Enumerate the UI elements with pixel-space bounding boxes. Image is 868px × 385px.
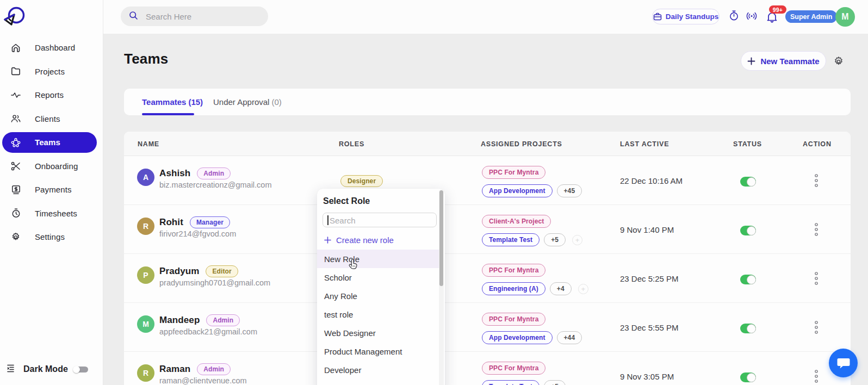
active-tab-underline [142, 113, 194, 115]
row-actions-kebab-icon[interactable] [812, 254, 821, 303]
team-nodes-icon [11, 138, 21, 147]
project-chip[interactable]: PPC For Myntra [482, 313, 545, 326]
row-actions-kebab-icon[interactable] [812, 352, 821, 385]
assigned-projects-line2: App Development+45 [482, 184, 582, 197]
last-active-value: 22 Dec 10:16 AM [620, 156, 683, 205]
role-option-new-role[interactable]: New Role [317, 250, 441, 268]
tab-under-approval-label: Under Approval [213, 97, 269, 107]
role-option-product-management[interactable]: Product Management [317, 342, 441, 361]
table-header-row: NAMEROLESASSIGNED PROJECTSLAST ACTIVESTA… [124, 132, 851, 156]
scissors-icon [11, 161, 21, 171]
last-active-value: 9 Nov 3:05 PM [620, 352, 674, 385]
broadcast-icon[interactable] [746, 12, 758, 22]
role-option-test-role[interactable]: test role [317, 305, 441, 324]
role-option-developer[interactable]: Developer [317, 361, 441, 379]
assigned-projects-line1: PPC For Myntra [482, 166, 545, 179]
teammate-name: Pradyum [159, 266, 199, 277]
home-icon [11, 43, 21, 53]
user-avatar[interactable]: M [835, 7, 855, 27]
table-row: R Raman Admin raman@clientvenue.com PPC … [124, 352, 851, 385]
sidebar-item-label: Dashboard [35, 43, 75, 52]
sidebar-item-dashboard[interactable]: Dashboard [0, 36, 103, 60]
teammate-email: pradyumsingh0701@gmail.com [159, 278, 270, 287]
dropdown-scrollbar[interactable] [439, 190, 444, 385]
global-search-input[interactable]: Search Here [121, 7, 268, 26]
tab-teammates-count: (15) [188, 97, 203, 107]
banknote-icon [11, 185, 21, 195]
project-chip[interactable]: App Development [482, 184, 553, 197]
app-logo-icon[interactable] [3, 4, 28, 29]
status-toggle-knob [747, 226, 756, 235]
access-badge: Admin [197, 363, 231, 375]
sidebar-item-label: Payments [35, 185, 72, 194]
project-chip[interactable]: App Development [482, 331, 553, 344]
project-chip[interactable]: PPC For Myntra [482, 264, 545, 277]
dark-mode-toggle-knob [73, 366, 80, 373]
project-chip[interactable]: +45 [557, 184, 582, 197]
assigned-projects-line1: PPC For Myntra [482, 313, 545, 326]
column-header-name: NAME [138, 132, 159, 156]
assigned-projects-line2: Template Test+5+ [482, 233, 582, 246]
tab-teammates[interactable]: Teammates (15) [142, 89, 203, 115]
daily-standups-button[interactable]: Daily Standups [652, 9, 720, 24]
assigned-projects-line2: Engineering (A)+4+ [482, 282, 588, 295]
add-project-ghost-button[interactable]: + [572, 235, 582, 245]
super-admin-pill[interactable]: Super Admin [785, 10, 837, 23]
sidebar-item-settings[interactable]: Settings [0, 225, 103, 249]
status-toggle[interactable] [740, 177, 756, 187]
last-active-value: 9 Nov 1:40 PM [620, 205, 674, 254]
project-chip[interactable]: +5 [544, 380, 566, 385]
project-chip[interactable]: +5 [544, 233, 566, 246]
sidebar-item-onboarding[interactable]: Onboarding [0, 154, 103, 178]
row-actions-kebab-icon[interactable] [812, 205, 821, 254]
chat-widget-button[interactable] [829, 349, 858, 377]
timer-icon[interactable] [729, 10, 739, 23]
sidebar-nav: DashboardProjectsReportsClientsTeamsOnbo… [0, 36, 103, 249]
role-chip[interactable]: Designer [340, 175, 383, 187]
role-chip-cell[interactable]: Designer [340, 175, 383, 187]
role-option-scholor[interactable]: Scholor [317, 268, 441, 287]
teammate-email: appfeedback21@gmail.com [159, 327, 257, 336]
status-toggle[interactable] [740, 275, 756, 284]
new-teammate-button[interactable]: New Teammate [741, 51, 826, 71]
stopwatch-icon [11, 208, 21, 218]
sidebar-item-clients[interactable]: Clients [0, 107, 103, 131]
create-new-role-button[interactable]: Create new role [324, 234, 394, 245]
project-chip[interactable]: PPC For Myntra [482, 362, 545, 375]
settings-gear-icon[interactable] [833, 56, 844, 67]
teammates-table: NAMEROLESASSIGNED PROJECTSLAST ACTIVESTA… [124, 132, 851, 385]
sidebar-item-timesheets[interactable]: Timesheets [0, 202, 103, 226]
project-chip[interactable]: +4 [550, 282, 572, 295]
project-chip[interactable]: Template Test [482, 380, 540, 385]
status-toggle[interactable] [740, 324, 756, 333]
dark-mode-row: Dark Mode [0, 359, 103, 379]
mouse-cursor-hand-icon [348, 258, 360, 274]
column-header-assigned-projects: ASSIGNED PROJECTS [481, 132, 562, 156]
column-header-action: ACTION [803, 132, 832, 156]
add-project-ghost-button[interactable]: + [578, 284, 588, 294]
sidebar-item-teams[interactable]: Teams [0, 131, 103, 154]
notification-count-badge: 99+ [769, 5, 786, 14]
row-actions-kebab-icon[interactable] [812, 156, 821, 205]
role-option-any-role[interactable]: Any Role [317, 287, 441, 305]
sidebar-item-reports[interactable]: Reports [0, 83, 103, 107]
assigned-projects-line2: App Development+44 [482, 331, 582, 344]
role-search-input[interactable]: Search [323, 213, 437, 227]
status-toggle[interactable] [740, 226, 756, 235]
sidebar-item-projects[interactable]: Projects [0, 60, 103, 84]
dark-mode-toggle[interactable] [73, 366, 88, 373]
sidebar-item-payments[interactable]: Payments [0, 178, 103, 202]
row-actions-kebab-icon[interactable] [812, 303, 821, 352]
dropdown-scrollbar-thumb[interactable] [439, 190, 443, 286]
project-chip[interactable]: Engineering (A) [482, 282, 545, 295]
teammate-email: biz.mastercreationz@gmail.com [159, 181, 272, 189]
project-chip[interactable]: +44 [557, 331, 582, 344]
project-chip[interactable]: Template Test [482, 233, 540, 246]
dark-mode-label: Dark Mode [23, 364, 68, 374]
project-chip[interactable]: Client-A's Project [482, 215, 551, 228]
project-chip[interactable]: PPC For Myntra [482, 166, 545, 179]
tab-under-approval[interactable]: Under Approval (0) [213, 89, 282, 115]
status-toggle[interactable] [740, 372, 756, 382]
assigned-projects-line1: PPC For Myntra [482, 362, 545, 375]
role-option-web-designer[interactable]: Web Designer [317, 324, 441, 342]
